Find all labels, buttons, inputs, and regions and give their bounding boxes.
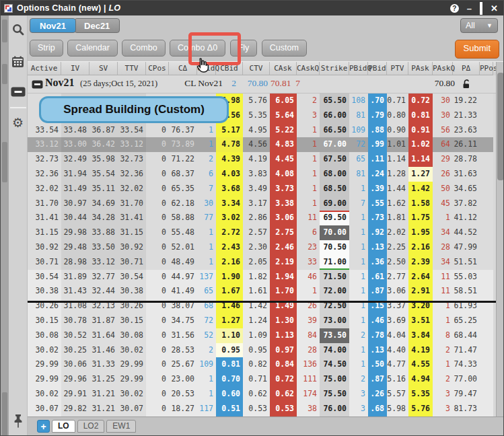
cell-cask[interactable]: 4.08 bbox=[270, 167, 297, 182]
cell-ppos[interactable] bbox=[480, 387, 493, 402]
cell-cbidq[interactable]: 72 bbox=[197, 314, 216, 328]
cell-cdelta[interactable]: 76.37 bbox=[169, 123, 197, 138]
cell-ptv[interactable]: 3.06 bbox=[387, 284, 408, 299]
cell-pbid[interactable]: .87 bbox=[368, 284, 387, 299]
column-header-ppos[interactable]: PPos bbox=[480, 62, 493, 75]
cell-caskq[interactable]: 33 bbox=[297, 255, 320, 270]
cell-cask[interactable]: 4.83 bbox=[270, 137, 297, 152]
cell-cpos[interactable]: 0 bbox=[146, 211, 169, 225]
cell-ptv[interactable]: 0.90 bbox=[387, 123, 408, 138]
cell-ttv[interactable]: 29.99 bbox=[118, 357, 146, 372]
cell-ttv[interactable]: 31.15 bbox=[118, 225, 146, 240]
cell-ppos[interactable] bbox=[480, 225, 493, 240]
cell-ppos[interactable] bbox=[480, 343, 493, 358]
cell-ctv[interactable]: 0.82 bbox=[243, 357, 270, 372]
cell-ptv[interactable]: 2.77 bbox=[387, 270, 408, 285]
cell-pask[interactable]: 2.16 bbox=[408, 240, 433, 255]
edge-handle[interactable] bbox=[2, 64, 7, 84]
cell-sv[interactable]: 33.12 bbox=[89, 255, 118, 270]
cell-paskq[interactable]: 30 bbox=[433, 108, 453, 123]
option-row-68.50[interactable]: 32.0231.4935.1132.02065.3573.683.493.731… bbox=[28, 182, 496, 196]
cell-paskq[interactable]: 3 bbox=[433, 402, 453, 416]
column-header-pask[interactable]: PAsk bbox=[408, 62, 433, 75]
option-row-67.00[interactable]: 33.1233.0036.4233.12073.8914.784.564.831… bbox=[28, 137, 496, 152]
cell-sv[interactable]: 31.21 bbox=[89, 387, 118, 402]
cell-pbid[interactable]: .92 bbox=[368, 225, 387, 240]
cell-pbidq[interactable]: 1 bbox=[349, 211, 368, 225]
cell-active[interactable]: 32.02 bbox=[28, 182, 61, 196]
cell-pdelta[interactable]: 47.99 bbox=[453, 240, 480, 255]
cell-strike[interactable]: 71.50 bbox=[320, 270, 349, 285]
add-tab-button[interactable]: + bbox=[37, 420, 50, 433]
column-header-paskq[interactable]: PAskQ bbox=[433, 62, 453, 75]
cell-pask[interactable]: 3.51 bbox=[408, 314, 433, 328]
cell-pbid[interactable]: .26 bbox=[368, 387, 387, 402]
cell-cbid[interactable]: 3.34 bbox=[216, 196, 243, 211]
cell-sv[interactable]: 35.11 bbox=[89, 182, 118, 196]
cell-ctv[interactable]: 4.95 bbox=[243, 123, 270, 138]
cell-pbidq[interactable]: 7 bbox=[349, 196, 368, 211]
cell-iv[interactable]: 31.89 bbox=[61, 270, 89, 285]
cell-sv[interactable]: 36.42 bbox=[89, 137, 118, 152]
column-header-pbidq[interactable]: PBidQ bbox=[349, 62, 368, 75]
cell-ptv[interactable]: 2.50 bbox=[387, 255, 408, 270]
cell-ctv[interactable]: 0.71 bbox=[243, 372, 270, 387]
expiry-group-row[interactable]: Nov21 (25 days;Oct 15, 2021) CL Nov21 2 … bbox=[28, 75, 496, 94]
cell-strike[interactable]: 73.00 bbox=[320, 314, 349, 328]
cell-pdelta[interactable]: 58.51 bbox=[453, 284, 480, 299]
search-icon[interactable] bbox=[11, 22, 26, 37]
cell-ptv[interactable]: 5.57 bbox=[387, 387, 408, 402]
cell-strike[interactable]: 69.00 bbox=[320, 196, 349, 211]
cell-cdelta[interactable]: 25.67 bbox=[169, 357, 197, 372]
cell-paskq[interactable]: 30 bbox=[433, 94, 453, 108]
cell-ttv[interactable]: 30.15 bbox=[118, 314, 146, 328]
cell-pask[interactable]: 4.19 bbox=[408, 343, 433, 358]
cell-ppos[interactable] bbox=[480, 357, 493, 372]
cell-cdelta[interactable]: 58.88 bbox=[169, 211, 197, 225]
cell-ctv[interactable]: 3.49 bbox=[243, 182, 270, 196]
cell-cbidq[interactable]: 137 bbox=[197, 270, 216, 285]
cell-pdelta[interactable]: 26.11 bbox=[453, 137, 480, 152]
cell-ppos[interactable] bbox=[480, 240, 493, 255]
cell-cdelta[interactable]: 44.97 bbox=[169, 270, 197, 285]
cell-pask[interactable]: 1.42 bbox=[408, 182, 433, 196]
column-header-ttv[interactable]: TTV bbox=[118, 62, 146, 75]
cell-sv[interactable]: 34.28 bbox=[89, 211, 118, 225]
cell-pdelta[interactable]: 19.22 bbox=[453, 94, 480, 108]
cell-pbidq[interactable]: 1 bbox=[349, 314, 368, 328]
cell-cdelta[interactable]: 71.22 bbox=[169, 152, 197, 167]
cell-iv[interactable]: 31.49 bbox=[61, 182, 89, 196]
option-row-73.00[interactable]: 30.1530.7831.8730.15034.75721.271.241.30… bbox=[28, 314, 496, 328]
cell-sv[interactable]: 31.87 bbox=[89, 314, 118, 328]
cell-sv[interactable]: 31.33 bbox=[89, 357, 118, 372]
cell-pbid[interactable]: .24 bbox=[368, 167, 387, 182]
cell-cdelta[interactable]: 23.00 bbox=[169, 372, 197, 387]
cell-active[interactable]: 33.54 bbox=[28, 123, 61, 138]
cell-cpos[interactable]: 0 bbox=[146, 372, 169, 387]
cell-ppos[interactable] bbox=[480, 108, 493, 123]
cell-caskq[interactable]: 46 bbox=[297, 270, 320, 285]
cell-pbid[interactable]: .87 bbox=[368, 372, 387, 387]
cell-paskq[interactable]: 11 bbox=[433, 270, 453, 285]
cell-active[interactable]: 29.99 bbox=[28, 372, 61, 387]
bottom-tab-lo2[interactable]: LO2 bbox=[77, 420, 105, 433]
cell-cpos[interactable]: 0 bbox=[146, 152, 169, 167]
option-row-72.00[interactable]: 30.3831.4332.4430.38041.49651.671.611.70… bbox=[28, 284, 496, 299]
cell-cbid[interactable]: 1.67 bbox=[216, 284, 243, 299]
column-header-pdelta[interactable]: PΔ bbox=[453, 62, 480, 75]
cell-strike[interactable]: 72.00 bbox=[320, 284, 349, 299]
cell-sv[interactable]: 31.25 bbox=[89, 372, 118, 387]
cell-active[interactable]: 33.12 bbox=[28, 137, 61, 152]
cell-cpos[interactable]: 0 bbox=[146, 357, 169, 372]
cell-cbid[interactable]: 2.43 bbox=[216, 240, 243, 255]
cell-cpos[interactable]: 0 bbox=[146, 402, 169, 416]
cell-iv[interactable]: 31.94 bbox=[61, 167, 89, 182]
cell-cbid[interactable]: 2.72 bbox=[216, 225, 243, 240]
cell-cpos[interactable]: 0 bbox=[146, 225, 169, 240]
cell-paskq[interactable]: 2 bbox=[433, 343, 453, 358]
cell-caskq[interactable]: 111 bbox=[297, 372, 320, 387]
cell-cbid[interactable]: 1.10 bbox=[216, 328, 243, 343]
cell-ttv[interactable]: 30.02 bbox=[118, 343, 146, 358]
cell-pdelta[interactable]: 81.73 bbox=[453, 402, 480, 416]
tab-nov21[interactable]: Nov21 bbox=[30, 18, 76, 33]
